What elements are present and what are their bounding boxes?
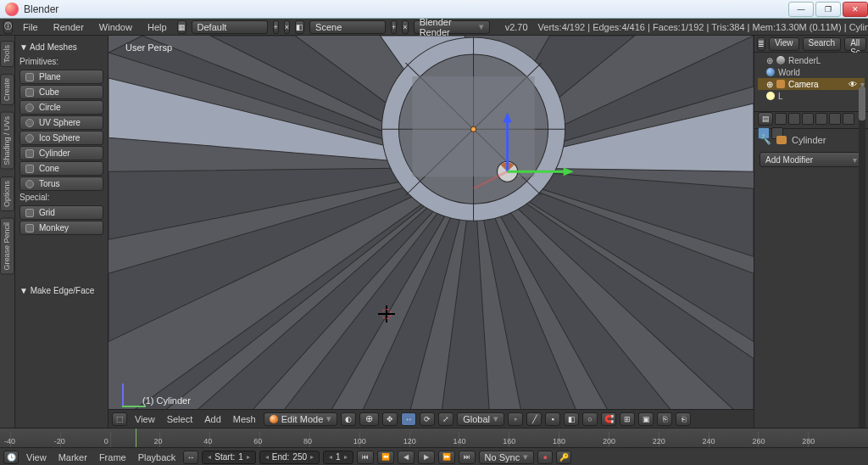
jump-end-button[interactable]: ⏭	[459, 451, 476, 464]
timeline-menu-view[interactable]: View	[22, 451, 51, 464]
editor-type-timeline-icon[interactable]: 🕓	[3, 451, 19, 464]
add-grid-button[interactable]: Grid	[19, 205, 103, 220]
timeline-ruler[interactable]: -40 -20 0 20 40 60 80 100 120 140 160 18…	[0, 429, 868, 447]
frame-range-icon[interactable]: ↔	[183, 451, 198, 464]
add-uvsphere-button[interactable]: UV Sphere	[19, 115, 103, 130]
screen-layout-add-button[interactable]: +	[273, 20, 279, 34]
tab-render[interactable]	[775, 113, 787, 125]
add-icosphere-button[interactable]: Ico Sphere	[19, 131, 103, 145]
add-circle-button[interactable]: Circle	[19, 100, 103, 115]
add-monkey-button[interactable]: Monkey	[19, 221, 103, 235]
paste-icon[interactable]: ⎗	[676, 412, 691, 426]
scene-select[interactable]: Scene	[309, 20, 386, 34]
scene-add-button[interactable]: +	[391, 20, 397, 34]
tab-renderlayers[interactable]	[788, 113, 800, 125]
tab-constraints[interactable]	[843, 113, 854, 125]
tab-shading-uvs[interactable]: Shading / UVs	[0, 112, 14, 170]
pivot-select[interactable]: ⊕	[359, 412, 379, 426]
manipulator-toggle[interactable]: ✥	[382, 412, 398, 426]
viewport-menu-mesh[interactable]: Mesh	[229, 412, 260, 426]
add-cone-button[interactable]: Cone	[19, 161, 103, 176]
operator-panel-header[interactable]: ▼ Make Edge/Face	[19, 286, 103, 295]
tab-scene[interactable]	[802, 113, 814, 125]
render-engine-select[interactable]: Blender Render▾	[414, 20, 490, 34]
editor-type-3dview-icon[interactable]: ⬚	[112, 412, 127, 426]
end-frame-field[interactable]: ◂End:250▸	[259, 451, 320, 464]
start-frame-field[interactable]: ◂Start:1▸	[202, 451, 255, 464]
outliner-row-renderlayers[interactable]: ⊕RenderL	[758, 54, 865, 66]
outliner-row-world[interactable]: World	[758, 66, 865, 78]
manipulator-rotate-icon[interactable]: ⟳	[420, 412, 435, 426]
viewport-menu-view[interactable]: View	[131, 412, 159, 426]
auto-keyframe-icon[interactable]: ●	[537, 451, 553, 464]
render-preview-icon[interactable]: ▣	[638, 412, 654, 426]
end-value: 250	[292, 452, 307, 462]
properties-scrollbar[interactable]	[856, 75, 868, 465]
mode-select[interactable]: Edit Mode▾	[264, 412, 338, 426]
outliner-row-lamp[interactable]: L	[758, 90, 865, 102]
outliner-menu-view[interactable]: View	[769, 37, 799, 51]
prev-keyframe-button[interactable]: ⏪	[377, 451, 394, 464]
3d-viewport[interactable]: User Persp (1) Cylinder ⬚ View Select Ad…	[108, 36, 754, 428]
sync-mode-select[interactable]: No Sync▾	[479, 451, 535, 464]
snap-element-icon[interactable]: ⊞	[620, 412, 635, 426]
scene-remove-button[interactable]: ×	[402, 20, 408, 34]
manipulator-scale-icon[interactable]: ⤢	[438, 412, 453, 426]
outliner[interactable]: ⊕RenderL World ⊕Camera👁▾ L	[754, 53, 868, 112]
editor-type-outliner-icon[interactable]: ≣	[757, 37, 765, 51]
editor-type-info-icon[interactable]: ⓘ	[3, 20, 13, 34]
add-cube-button[interactable]: Cube	[19, 85, 103, 99]
tab-create[interactable]: Create	[0, 74, 14, 105]
viewport-menu-add[interactable]: Add	[200, 412, 225, 426]
tab-grease-pencil[interactable]: Grease Pencil	[0, 218, 14, 275]
tick-label: 220	[653, 437, 665, 445]
screen-layout-icon[interactable]: ▦	[177, 20, 186, 34]
add-modifier-button[interactable]: Add Modifier ▾	[760, 152, 863, 167]
snap-toggle-icon[interactable]: 🧲	[601, 412, 616, 426]
tab-options[interactable]: Options	[0, 176, 14, 211]
viewport-menu-select[interactable]: Select	[163, 412, 198, 426]
proportional-edit-icon[interactable]: ○	[582, 412, 598, 426]
next-keyframe-button[interactable]: ⏩	[438, 451, 455, 464]
add-cylinder-button[interactable]: Cylinder	[19, 146, 103, 160]
window-maximize-button[interactable]: ❐	[815, 2, 841, 17]
jump-start-button[interactable]: ⏮	[357, 451, 374, 464]
edge-select-icon[interactable]: ╱	[526, 412, 542, 426]
keying-set-icon[interactable]: 🔑	[556, 451, 571, 464]
menu-render[interactable]: Render	[48, 20, 89, 34]
transform-orientation-select[interactable]: Global▾	[457, 412, 504, 426]
face-select-icon[interactable]: ▪	[545, 412, 560, 426]
timeline-menu-marker[interactable]: Marker	[54, 451, 92, 464]
outliner-display-mode[interactable]: All Sc	[844, 37, 866, 51]
screen-layout-remove-button[interactable]: ×	[284, 20, 290, 34]
add-cube-label: Cube	[39, 87, 59, 97]
limit-selection-icon[interactable]: ◧	[564, 412, 579, 426]
tab-tools[interactable]: Tools	[0, 41, 14, 67]
panel-add-meshes-header[interactable]: ▼ Add Meshes	[19, 42, 103, 52]
current-frame-field[interactable]: ◂1▸	[323, 451, 353, 464]
menu-help[interactable]: Help	[142, 20, 172, 34]
outliner-row-camera[interactable]: ⊕Camera👁▾	[758, 78, 865, 90]
outliner-menu-search[interactable]: Search	[803, 37, 842, 51]
timeline-menu-frame[interactable]: Frame	[95, 451, 131, 464]
window-close-button[interactable]: ✕	[843, 2, 868, 17]
editor-type-properties-icon[interactable]: ▤	[758, 112, 773, 126]
vertex-select-icon[interactable]: ▫	[508, 412, 523, 426]
scene-icon[interactable]: ◧	[295, 20, 304, 34]
play-reverse-button[interactable]: ◀	[398, 451, 415, 464]
manipulator-translate-icon[interactable]: ↔	[401, 412, 416, 426]
add-torus-button[interactable]: Torus	[19, 176, 103, 191]
screen-layout-select[interactable]: Default	[192, 20, 268, 34]
tick-label: 0	[104, 437, 108, 445]
timeline-menu-playback[interactable]: Playback	[134, 451, 181, 464]
viewport-shading-icon[interactable]: ◐	[341, 412, 356, 426]
menu-file[interactable]: File	[18, 20, 43, 34]
tab-world[interactable]	[815, 113, 827, 125]
menu-window[interactable]: Window	[94, 20, 137, 34]
play-button[interactable]: ▶	[418, 451, 435, 464]
window-minimize-button[interactable]: —	[788, 2, 814, 17]
add-plane-button[interactable]: Plane	[19, 70, 103, 84]
tab-object[interactable]	[829, 113, 841, 125]
viewport-canvas[interactable]	[108, 36, 754, 428]
copy-icon[interactable]: ⎘	[657, 412, 672, 426]
